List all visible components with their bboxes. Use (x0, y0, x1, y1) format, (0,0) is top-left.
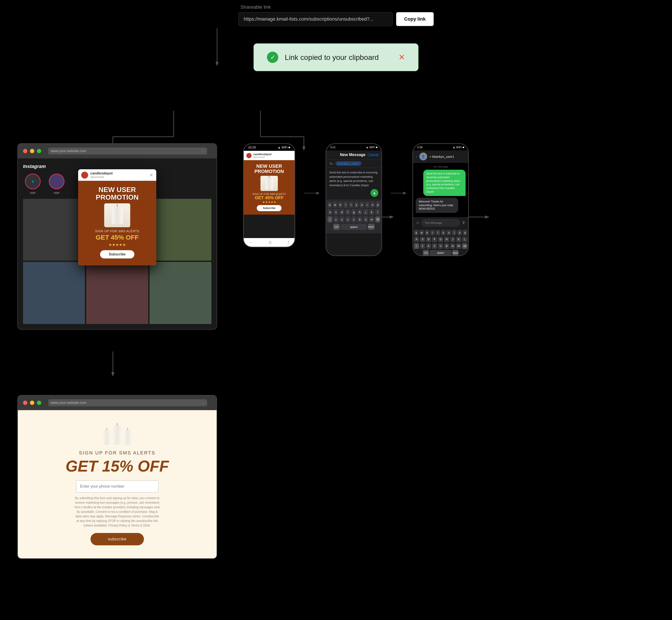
chat-key-shift[interactable]: ⇧ (414, 243, 419, 249)
link-input[interactable] (238, 12, 393, 26)
chat-key-V[interactable]: V (438, 243, 443, 249)
key-i[interactable]: i (365, 202, 369, 208)
key-v[interactable]: v (351, 216, 356, 222)
chat-key-A[interactable]: A (414, 237, 419, 242)
key-d[interactable]: d (340, 209, 344, 215)
chat-key-u[interactable]: u (447, 230, 451, 236)
keyboard-row-2: a s d f g h j k l (327, 209, 380, 215)
chat-key-S[interactable]: S (420, 237, 425, 242)
chat-key-F[interactable]: F (432, 237, 437, 242)
landing-minimize-dot[interactable] (30, 401, 34, 405)
chat-key-e[interactable]: e (425, 230, 429, 236)
key-o[interactable]: o (370, 202, 375, 208)
chat-key-o[interactable]: o (457, 230, 462, 236)
key-p[interactable]: p (376, 202, 380, 208)
key-f[interactable]: f (345, 209, 350, 215)
key-x[interactable]: x (340, 216, 344, 222)
chat-key-y[interactable]: y (441, 230, 446, 236)
ad-stars: ★★★★★ (83, 243, 151, 247)
chat-key-D[interactable]: D (426, 237, 431, 242)
chat-key-w[interactable]: w (419, 230, 424, 236)
landing-close-dot[interactable] (23, 401, 28, 405)
chat-key-p[interactable]: p (463, 230, 467, 236)
chat-key-H[interactable]: H (444, 237, 449, 242)
chat-key-delete[interactable]: ⌫ (462, 243, 467, 249)
chat-key-t[interactable]: t (435, 230, 440, 236)
key-w[interactable]: w (333, 202, 337, 208)
chat-key-i[interactable]: i (452, 230, 457, 236)
key-r[interactable]: r (344, 202, 348, 208)
ad-brand-logo (81, 172, 88, 178)
chat-key-M[interactable]: M (456, 243, 461, 249)
ad-subscribe-button[interactable]: Subscribe (100, 250, 134, 258)
key-h[interactable]: h (357, 209, 362, 215)
chat-key-r[interactable]: r (430, 230, 435, 236)
chat-key-J[interactable]: J (450, 237, 455, 242)
copy-link-button[interactable]: Copy link (396, 12, 434, 26)
chat-key-L[interactable]: L (462, 237, 467, 242)
key-a[interactable]: a (327, 209, 332, 215)
sms-chat-timestamp: Text Message (416, 165, 466, 168)
chat-key-G[interactable]: G (438, 237, 443, 242)
landing-subscribe-button[interactable]: subscribe (91, 533, 144, 545)
sms-keyboard[interactable]: q w e r t y u i o p a s d f g h (326, 199, 381, 233)
key-g[interactable]: g (351, 209, 356, 215)
toast-close-button[interactable]: ✕ (399, 53, 405, 62)
landing-candle-image (102, 423, 133, 445)
landing-phone-input[interactable] (76, 480, 158, 493)
story-avatar-2[interactable] (49, 173, 64, 189)
sms-cancel-button[interactable]: Cancel (367, 153, 378, 157)
sms-mic-button[interactable]: 🎙 (462, 220, 466, 225)
key-t[interactable]: t (349, 202, 353, 208)
key-z[interactable]: z (333, 216, 338, 222)
sms-emoji-button[interactable]: ☺ (416, 220, 420, 225)
chat-key-Z[interactable]: Z (420, 243, 425, 249)
key-c[interactable]: c (345, 216, 350, 222)
chat-key-C[interactable]: C (432, 243, 437, 249)
ad-candle-image (104, 203, 130, 227)
key-l[interactable]: l (375, 209, 380, 215)
addressbar-text: www.your-website.com (51, 149, 86, 153)
key-m[interactable]: m (369, 216, 374, 222)
sms-text-input[interactable]: Text Message (421, 219, 460, 226)
key-e[interactable]: e (338, 202, 343, 208)
landing-candle-short-2 (124, 430, 132, 445)
phones-section: 10:29 ▲ WiFi ■ candlesdepot Sponsored NE… (243, 143, 469, 256)
chat-key-X[interactable]: X (426, 243, 431, 249)
phone-nav-back[interactable]: ← (249, 240, 253, 245)
key-space[interactable]: space (341, 224, 367, 230)
story-avatar[interactable]: 👤 (25, 173, 41, 189)
sms-send-button[interactable]: ▲ (370, 189, 378, 197)
mac-minimize-dot[interactable] (30, 149, 34, 153)
key-u[interactable]: u (360, 202, 364, 208)
chat-keyboard[interactable]: q w e r t y u i o p A S D F G H (413, 228, 468, 256)
key-n[interactable]: n (363, 216, 368, 222)
chat-key-return[interactable]: return (452, 250, 458, 256)
key-y[interactable]: y (354, 202, 359, 208)
key-j[interactable]: j (363, 209, 368, 215)
story-name-2: user (47, 191, 66, 195)
key-123[interactable]: 123 (333, 224, 340, 230)
key-b[interactable]: b (357, 216, 362, 222)
key-return[interactable]: return (368, 224, 374, 230)
chat-key-space[interactable]: space (430, 250, 452, 256)
chat-key-123[interactable]: 123 (423, 250, 429, 256)
ad-close-button[interactable]: ✕ (150, 172, 153, 178)
chat-key-q[interactable]: q (414, 230, 418, 236)
key-q[interactable]: q (327, 202, 332, 208)
mac-close-dot[interactable] (23, 149, 28, 153)
sms-back-button[interactable]: ‹ (416, 155, 417, 158)
chat-key-N[interactable]: N (450, 243, 455, 249)
chat-key-K[interactable]: K (456, 237, 461, 242)
landing-fullscreen-dot[interactable] (37, 401, 41, 405)
phone-nav-share[interactable]: ⤴ (288, 240, 289, 245)
key-shift[interactable]: ⇧ (327, 216, 332, 222)
phone-subscribe-button[interactable]: Subscribe (257, 205, 281, 211)
chat-key-B[interactable]: B (444, 243, 449, 249)
phone-nav-home[interactable]: ⎙ (269, 240, 271, 245)
key-k[interactable]: k (369, 209, 374, 215)
key-s[interactable]: s (333, 209, 338, 215)
mac-fullscreen-dot[interactable] (37, 149, 41, 153)
key-delete[interactable]: ⌫ (375, 216, 380, 222)
feed-item-3 (150, 199, 211, 261)
